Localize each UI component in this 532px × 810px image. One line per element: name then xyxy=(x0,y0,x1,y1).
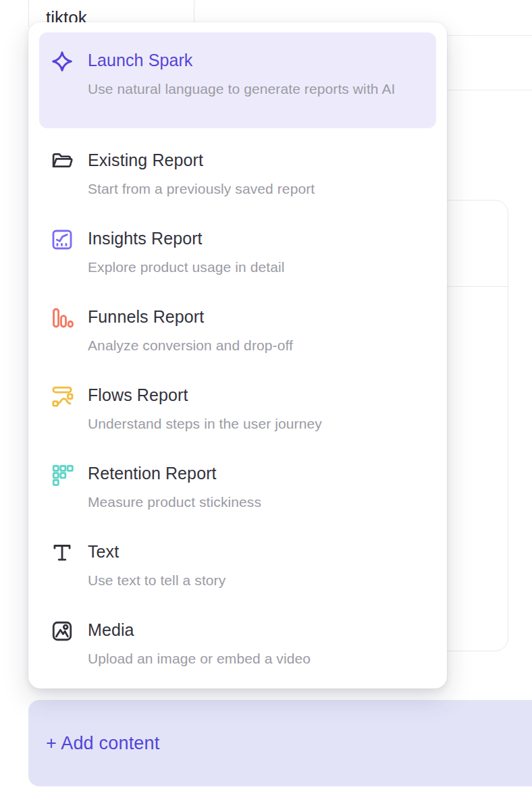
menu-item-label: Existing Report xyxy=(88,150,425,170)
add-content-button[interactable]: + Add content xyxy=(28,700,532,786)
flows-icon xyxy=(50,385,74,408)
insights-chart-icon xyxy=(50,228,74,251)
menu-item-retention-report[interactable]: Retention Report Measure product stickin… xyxy=(39,463,436,512)
menu-item-description: Measure product stickiness xyxy=(88,492,425,512)
menu-item-media[interactable]: Media Upload an image or embed a video xyxy=(39,620,436,669)
add-content-menu: Launch Spark Use natural language to gen… xyxy=(28,22,447,688)
menu-item-funnels-report[interactable]: Funnels Report Analyze conversion and dr… xyxy=(39,306,436,356)
menu-item-label: Funnels Report xyxy=(88,306,425,327)
menu-item-text[interactable]: Text Use text to tell a story xyxy=(39,541,436,591)
add-content-label: + Add content xyxy=(46,733,160,754)
menu-item-description: Understand steps in the user journey xyxy=(88,414,425,434)
text-icon xyxy=(50,541,74,564)
menu-item-label: Text xyxy=(88,541,425,562)
menu-item-label: Retention Report xyxy=(88,463,425,483)
menu-item-label: Insights Report xyxy=(88,228,425,248)
menu-item-launch-spark[interactable]: Launch Spark Use natural language to gen… xyxy=(39,32,436,128)
menu-item-description: Use text to tell a story xyxy=(88,570,425,591)
menu-item-description: Start from a previously saved report xyxy=(88,179,425,199)
folder-open-icon xyxy=(50,150,74,173)
menu-item-label: Flows Report xyxy=(88,385,425,405)
sparkle-icon xyxy=(50,50,74,73)
menu-item-flows-report[interactable]: Flows Report Understand steps in the use… xyxy=(39,385,436,434)
menu-item-existing-report[interactable]: Existing Report Start from a previously … xyxy=(39,150,436,199)
menu-item-description: Analyze conversion and drop-off xyxy=(88,335,425,356)
menu-item-insights-report[interactable]: Insights Report Explore product usage in… xyxy=(39,228,436,277)
funnel-bars-icon xyxy=(50,306,74,329)
retention-grid-icon xyxy=(50,463,74,486)
media-icon xyxy=(50,620,74,643)
menu-item-description: Use natural language to generate reports… xyxy=(88,79,405,99)
background-column-divider xyxy=(28,0,29,27)
menu-item-label: Media xyxy=(88,620,425,640)
menu-item-label: Launch Spark xyxy=(88,50,425,70)
background-column-divider xyxy=(194,0,194,22)
menu-item-description: Upload an image or embed a video xyxy=(88,649,425,669)
menu-item-description: Explore product usage in detail xyxy=(88,257,425,277)
